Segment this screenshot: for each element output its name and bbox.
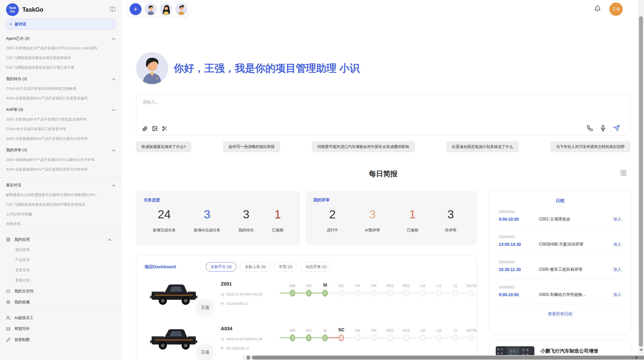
filter-chip[interactable]: 全新上装 (3) (240, 262, 271, 272)
attachment-icon[interactable] (142, 126, 148, 131)
join-link[interactable]: 加入 (613, 217, 621, 222)
add-session-button[interactable] (130, 3, 141, 15)
agent-avatar[interactable] (145, 3, 157, 15)
suggestion-chip[interactable]: 当下年轻人对汽车外观有怎样的喜好趋势 (550, 141, 630, 152)
milestone-label: LR (420, 326, 425, 333)
chevron-up-icon[interactable] (112, 183, 115, 187)
truck-image (150, 281, 198, 310)
agent-avatar[interactable] (160, 3, 172, 15)
sidebar-item-cloud-space[interactable]: 我的云空间 (6, 289, 115, 294)
project-row[interactable]: 王强 Z001 2023-12-19~2027-01-19 (144, 281, 469, 314)
app-link-product-mgmt[interactable]: 产品管理 (15, 258, 115, 262)
section-agent-done[interactable]: Agent已办 (3) (6, 36, 115, 41)
event-date: 2025/03/11 (499, 260, 621, 264)
filter-chip[interactable]: 全新平台 (4) (206, 262, 237, 272)
sidebar-item-label: 我的云空间 (14, 289, 115, 294)
scroll-down-button[interactable] (638, 347, 644, 353)
greeting-text: 你好，王强，我是你的项目管理助理 小识 (174, 61, 360, 75)
stat-value: 2 (327, 207, 338, 221)
join-link[interactable]: 加入 (613, 292, 621, 297)
user-avatar[interactable]: 王强 (609, 3, 623, 16)
image-upload-icon[interactable] (152, 126, 158, 131)
bell-icon[interactable] (594, 5, 601, 13)
new-chat-button[interactable]: + 新对话 (6, 19, 115, 29)
phone-icon[interactable] (587, 125, 593, 131)
recent-chat-item[interactable]: 解释最新出台的欧盟报废车法规再生塑料比例被调至15%... (6, 193, 115, 197)
scrollbar-left-stub[interactable] (247, 356, 250, 359)
section-title: Agent已办 (3) (6, 36, 30, 41)
recent-chat-item[interactable]: C02-飞腾新能源轻客改款项目的闭环通告反馈情况 (6, 202, 115, 207)
microphone-icon[interactable] (600, 125, 606, 131)
project-row[interactable]: 王强 A034 2023-12-19~2026-01-19 (144, 326, 469, 358)
scissors-icon[interactable] (162, 126, 168, 131)
sidebar-item[interactable]: A034-全新新能源MUV产品开发项目计划变更表编写 (6, 96, 115, 101)
dashboard-filters: 全新平台 (4) 全新上装 (3) 年型 (2) 动总开发 (1) (206, 262, 331, 272)
chevron-up-icon[interactable] (112, 36, 115, 41)
schedule-event: 2025/03/11 9:00-10:00 C001-立项审批会 加入 (489, 204, 631, 229)
app-link-change-mgmt[interactable]: 变更管理 (15, 268, 115, 273)
chevron-up-icon[interactable] (112, 148, 115, 152)
milestone-node-overdue (339, 335, 344, 341)
sidebar-item[interactable]: Z001-全新燃油轻卡产品开发项目SI造型提交物评审 (6, 117, 115, 122)
join-link[interactable]: 加入 (613, 242, 621, 247)
recent-chat-item[interactable]: 公司Q3轻卡销量 (6, 212, 115, 217)
join-link[interactable]: 加入 (613, 267, 621, 272)
filter-chip[interactable]: 年型 (2) (274, 262, 297, 272)
layout-grid-icon[interactable] (620, 170, 627, 177)
sidebar-item[interactable]: A034-全新新能源MUV产品开发项目造型可行性评审 (6, 167, 115, 172)
filter-chip[interactable]: 动总开发 (1) (301, 262, 331, 272)
milestone-label: OKTB (466, 282, 477, 288)
milestone-node (290, 335, 295, 341)
section-ai-review[interactable]: AI评审 (3) (6, 107, 115, 112)
section-recent-chats[interactable]: 最近对话 (6, 183, 115, 188)
sidebar-item[interactable]: C0X4-动力总成开发项目SI里程碑提交物检查 (6, 86, 115, 91)
horizontal-scrollbar[interactable] (243, 355, 644, 360)
suggestion-chip[interactable]: 如何写一份清晰的项目周报 (223, 141, 280, 152)
send-icon[interactable] (613, 125, 620, 131)
agent-avatar[interactable] (175, 3, 187, 15)
sidebar-item-favorites[interactable]: 我的收藏 (6, 300, 115, 305)
sidebar-item[interactable]: A034-全新新能源MUV产品开发项目法规符合性评审 (6, 137, 115, 141)
section-my-todo[interactable]: 我的待办 (2) (6, 77, 115, 81)
milestone-label: J1 (453, 326, 457, 333)
sidebar-item[interactable]: Z001-全新燃油皮卡产品开发项目SI节点Lesson Learn报告 (6, 46, 115, 51)
sidebar-item-label: 帮我写作 (14, 326, 115, 331)
suggestion-chip[interactable]: 欧洲新规最近颁布了什么? (136, 141, 191, 152)
sidebar-item[interactable]: Z001-全新燃油轻卡产品开发项目SI节点属性5D文件评审 (6, 158, 115, 162)
chevron-up-icon[interactable] (112, 108, 115, 112)
my-review-card: 我的评审 2 进行中 3 AI预评审 (306, 191, 477, 245)
project-code: Z001 (221, 281, 284, 287)
horizontal-scrollbar-thumb[interactable] (252, 356, 644, 359)
sidebar-item-creative-draw[interactable]: 创意制图 (6, 337, 115, 342)
app-title: TaskGo (22, 6, 110, 13)
chevron-up-icon[interactable] (108, 237, 115, 242)
divider (498, 304, 622, 304)
sidebar-collapse-icon[interactable] (110, 7, 115, 13)
image-frame-icon (6, 327, 10, 331)
sidebar-item-my-apps[interactable]: 我的应用 (6, 237, 115, 242)
sidebar-item-help-write[interactable]: 帮我写作 (6, 326, 115, 331)
sidebar-item-ai-staff[interactable]: AI超级员工 (6, 316, 115, 320)
suggestion-chip[interactable]: 比亚迪全固态电池计划具体说了什么 (446, 141, 519, 152)
view-all-schedule-link[interactable]: 查看所有日程 (489, 311, 631, 317)
section-my-review[interactable]: 我的评审 (2) (6, 148, 115, 153)
app-link-project-mgmt[interactable]: 项目管理 (15, 248, 115, 252)
event-name: C001-立项审批会 (539, 217, 613, 222)
task-progress-card: 任务进度 24 新增完成任务 3 新增AI完成任务 (136, 191, 300, 245)
suggestion-chip[interactable]: 特朗普可能对进口汽车增税会对中国车企造成哪些影响 (312, 141, 415, 152)
milestone-label: LR (420, 282, 425, 288)
app-link-view-all[interactable]: 查看全部... (15, 278, 115, 283)
vertical-scrollbar[interactable] (638, 0, 644, 360)
sidebar-item[interactable]: C0X4-动力总成开发项目工程变更评审 (6, 127, 115, 131)
project-flag-text: SC-2025-05-17 (226, 347, 249, 350)
project-dashboard-card: 项目Dashboard 全新平台 (4) 全新上装 (3) 年型 (2) 动总开… (136, 255, 477, 360)
scroll-right-button[interactable] (636, 356, 638, 359)
milestone-node (469, 335, 474, 341)
input-tools (142, 126, 168, 131)
sidebar-item[interactable]: C02-飞腾新能源轻客改款项目立项汇报方案 (6, 65, 115, 70)
chevron-up-icon[interactable] (112, 77, 115, 81)
recent-view-all[interactable]: 查看全部... (6, 222, 115, 226)
vertical-scrollbar-thumb[interactable] (639, 16, 643, 347)
sidebar-item[interactable]: C02-飞腾新能源轻客改款项目里程碑画布 (6, 56, 115, 60)
chat-input[interactable] (142, 99, 624, 121)
